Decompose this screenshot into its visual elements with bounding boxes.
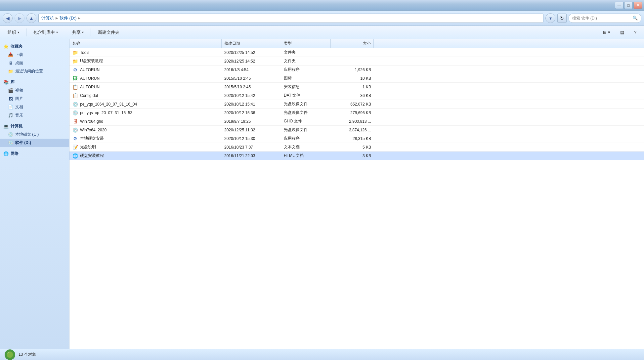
- sidebar-header-libraries[interactable]: 📚 库: [0, 78, 69, 86]
- file-size-cell: 1 KB: [331, 85, 374, 89]
- search-box[interactable]: 🔍: [569, 14, 641, 23]
- table-row[interactable]: 💿 pe_yqs_1064_20_07_31_16_04 2020/10/12 …: [69, 100, 644, 109]
- toolbar: 组织 包含到库中 共享 新建文件夹 ⊞ ▾ ▤ ?: [0, 26, 644, 39]
- file-list-header: 名称 修改日期 类型 大小: [69, 39, 644, 48]
- status-bar: 🟢 13 个对象: [0, 349, 644, 360]
- search-input[interactable]: [572, 16, 630, 21]
- organize-button[interactable]: 组织: [3, 27, 23, 37]
- new-folder-button[interactable]: 新建文件夹: [94, 27, 124, 37]
- file-icon: ⚙: [72, 67, 78, 73]
- file-name: 硬盘安装教程: [80, 153, 104, 158]
- sidebar-recent-label: 最近访问的位置: [15, 68, 43, 74]
- sidebar-item-videos[interactable]: 🎬 视频: [0, 86, 69, 95]
- file-date-cell: 2020/10/12 15:36: [222, 111, 281, 115]
- file-type-cell: 应用程序: [281, 136, 331, 141]
- close-button[interactable]: ✕: [633, 2, 642, 9]
- sidebar-item-drive-c[interactable]: 💿 本地磁盘 (C:): [0, 130, 69, 139]
- file-type-cell: DAT 文件: [281, 93, 331, 98]
- preview-pane-button[interactable]: ▤: [616, 27, 628, 37]
- table-row[interactable]: 🖼 AUTORUN 2015/5/10 2:45 图标 10 KB: [69, 74, 644, 83]
- sidebar-item-desktop[interactable]: 🖥 桌面: [0, 59, 69, 67]
- sidebar-item-documents[interactable]: 📄 文档: [0, 103, 69, 111]
- sidebar-item-drive-d[interactable]: 💿 软件 (D:): [0, 139, 69, 147]
- maximize-button[interactable]: □: [624, 2, 633, 9]
- recent-icon: 📁: [8, 69, 13, 74]
- minimize-button[interactable]: —: [615, 2, 623, 9]
- view-toggle-button[interactable]: ⊞ ▾: [599, 27, 615, 37]
- file-name: pe_yqs_xp_20_07_31_15_53: [80, 111, 132, 115]
- table-row[interactable]: 💿 Win7x64_2020 2020/12/25 11:32 光盘映像文件 3…: [69, 126, 644, 134]
- table-row[interactable]: 🌐 硬盘安装教程 2016/11/21 22:03 HTML 文档 3 KB: [69, 152, 644, 160]
- include-library-button[interactable]: 包含到库中: [29, 27, 62, 37]
- table-row[interactable]: 📋 AUTORUN 2015/5/10 2:45 安装信息 1 KB: [69, 83, 644, 91]
- file-date-cell: 2020/12/25 11:32: [222, 128, 281, 132]
- column-header-date[interactable]: 修改日期: [222, 39, 281, 48]
- sidebar-section-libraries: 📚 库 🎬 视频 🖼 图片 📄 文档 🎵 音乐: [0, 78, 69, 119]
- table-row[interactable]: 📋 Config.dat 2020/10/12 15:42 DAT 文件 36 …: [69, 91, 644, 100]
- window-controls: — □ ✕: [615, 2, 642, 9]
- column-header-type[interactable]: 类型: [281, 39, 331, 48]
- file-name: AUTORUN: [80, 68, 100, 72]
- help-button[interactable]: ?: [630, 27, 641, 37]
- network-icon: 🌐: [3, 151, 9, 157]
- table-row[interactable]: ⚙ 本地硬盘安装 2020/10/12 15:30 应用程序 28,315 KB: [69, 134, 644, 143]
- file-date-cell: 2020/12/25 14:52: [222, 59, 281, 64]
- file-icon: ⚙: [72, 136, 78, 142]
- file-name-cell: 📋 AUTORUN: [69, 84, 222, 90]
- file-size-cell: 2,900,813 ...: [331, 119, 374, 124]
- file-name: Tools: [80, 50, 89, 55]
- table-row[interactable]: 📝 光盘说明 2016/10/23 7:07 文本文档 5 KB: [69, 143, 644, 152]
- file-size-cell: 3 KB: [331, 154, 374, 158]
- path-dropdown-button[interactable]: ▾: [545, 13, 555, 23]
- dropdown-arrow-icon: ▾: [549, 16, 552, 21]
- file-name-cell: 📝 光盘说明: [69, 144, 222, 150]
- file-name: 光盘说明: [80, 144, 96, 150]
- table-row[interactable]: 🗄 Win7x64.gho 2019/9/7 19:25 GHO 文件 2,90…: [69, 117, 644, 126]
- file-type-cell: 光盘映像文件: [281, 110, 331, 115]
- sidebar-item-downloads[interactable]: 📥 下载: [0, 51, 69, 59]
- table-row[interactable]: 💿 pe_yqs_xp_20_07_31_15_53 2020/10/12 15…: [69, 109, 644, 117]
- table-row[interactable]: 📁 U盘安装教程 2020/12/25 14:52 文件夹: [69, 57, 644, 66]
- sidebar-item-music[interactable]: 🎵 音乐: [0, 111, 69, 119]
- file-icon: 💿: [72, 110, 78, 116]
- drive-c-icon: 💿: [8, 132, 13, 137]
- forward-icon: ▶: [18, 16, 21, 21]
- file-name-cell: 🌐 硬盘安装教程: [69, 153, 222, 159]
- forward-button[interactable]: ▶: [15, 13, 24, 23]
- videos-icon: 🎬: [8, 88, 13, 93]
- up-button[interactable]: ▲: [26, 13, 36, 23]
- table-row[interactable]: 📁 Tools 2020/12/25 14:52 文件夹: [69, 48, 644, 57]
- drive-d-icon: 💿: [8, 140, 13, 146]
- file-icon: 📁: [72, 58, 78, 64]
- file-name-cell: ⚙ 本地硬盘安装: [69, 136, 222, 142]
- file-date-cell: 2020/10/12 15:42: [222, 93, 281, 98]
- column-header-name[interactable]: 名称: [69, 39, 222, 48]
- sidebar-header-computer[interactable]: 💻 计算机: [0, 122, 69, 130]
- back-button[interactable]: ◀: [3, 13, 13, 23]
- file-name-cell: 💿 pe_yqs_xp_20_07_31_15_53: [69, 110, 222, 116]
- sidebar-header-network[interactable]: 🌐 网络: [0, 150, 69, 158]
- share-button[interactable]: 共享: [68, 27, 88, 37]
- file-rows-container: 📁 Tools 2020/12/25 14:52 文件夹 📁 U盘安装教程 20…: [69, 48, 644, 160]
- help-icon: ?: [634, 30, 636, 35]
- file-date-cell: 2020/10/12 15:41: [222, 102, 281, 107]
- file-size-cell: 28,315 KB: [331, 136, 374, 141]
- sidebar-item-recent[interactable]: 📁 最近访问的位置: [0, 67, 69, 75]
- column-header-size[interactable]: 大小: [331, 39, 374, 48]
- table-row[interactable]: ⚙ AUTORUN 2016/1/8 4:54 应用程序 1,926 KB: [69, 66, 644, 74]
- sidebar-header-favorites[interactable]: ⭐ 收藏夹: [0, 42, 69, 51]
- file-list-area[interactable]: 名称 修改日期 类型 大小 📁 Tools 2020/12/25 14:52 文…: [69, 39, 644, 349]
- documents-icon: 📄: [8, 105, 13, 110]
- sidebar: ⭐ 收藏夹 📥 下载 🖥 桌面 📁 最近访问的位置 📚 库: [0, 39, 69, 349]
- refresh-button[interactable]: ↻: [557, 14, 567, 23]
- file-type-cell: 光盘映像文件: [281, 101, 331, 107]
- main-area: ⭐ 收藏夹 📥 下载 🖥 桌面 📁 最近访问的位置 📚 库: [0, 39, 644, 349]
- address-bar: ◀ ▶ ▲ 计算机 ▶ 软件 (D:) ▶ ▾ ↻ 🔍: [0, 11, 644, 26]
- file-date-cell: 2016/10/23 7:07: [222, 145, 281, 150]
- sidebar-item-images[interactable]: 🖼 图片: [0, 95, 69, 103]
- back-icon: ◀: [6, 16, 10, 21]
- sidebar-drive-d-label: 软件 (D:): [15, 140, 31, 146]
- path-computer[interactable]: 计算机: [41, 15, 54, 21]
- path-drive-d[interactable]: 软件 (D:): [60, 15, 76, 21]
- status-icon: 🟢: [5, 349, 15, 360]
